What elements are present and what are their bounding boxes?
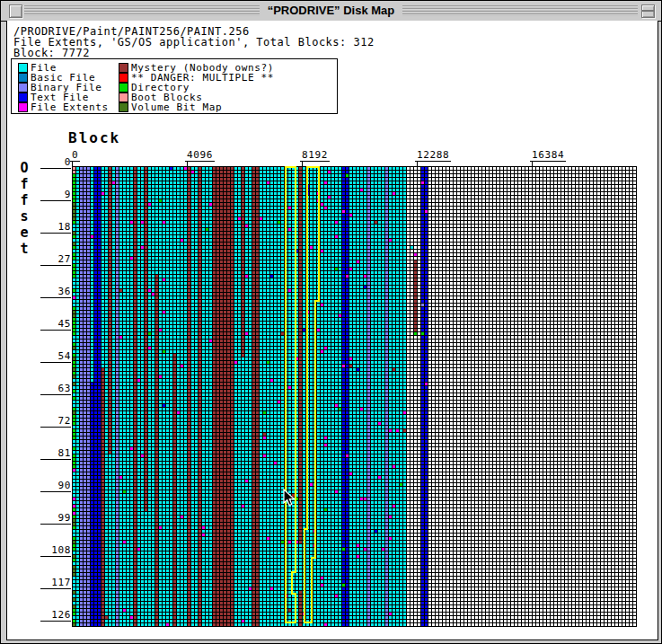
offset-tick-label: 18	[40, 222, 71, 234]
legend-swatch	[119, 102, 128, 112]
legend-swatch	[119, 93, 128, 102]
offset-tick-label: 126	[40, 610, 71, 622]
window-content: /PRODRIVE/Paint/PAINT256/PAINT.256 File …	[6, 21, 658, 640]
offset-tick-label: 9	[40, 190, 71, 201]
legend-swatch	[18, 73, 28, 83]
offset-tick-label: 36	[40, 287, 71, 298]
disk-map-canvas[interactable]	[72, 166, 637, 627]
legend-swatch	[18, 83, 28, 93]
offset-tick-label: 0	[40, 157, 71, 169]
offset-tick-label: 72	[40, 416, 71, 428]
legend-swatch	[119, 63, 128, 73]
block-tick-label: 4096	[185, 150, 215, 162]
collapse-box[interactable]	[641, 4, 655, 18]
offset-tick-label: 99	[40, 513, 71, 525]
offset-tick-label: 63	[40, 384, 71, 395]
block-tick-label: 8192	[300, 150, 330, 162]
title-bar[interactable]: “PRODRIVE” Disk Map	[1, 1, 661, 22]
offset-tick-label: 81	[40, 448, 71, 460]
block-status-text: Block: 7772	[13, 47, 90, 59]
title-bar-stripes	[24, 5, 638, 16]
offset-tick-label: 90	[40, 481, 71, 492]
block-axis-title: Block	[68, 129, 120, 146]
disk-map-window: “PRODRIVE” Disk Map /PRODRIVE/Paint/PAIN…	[0, 0, 662, 644]
block-tick-label: 12288	[415, 150, 451, 162]
offset-tick-label: 54	[40, 351, 71, 363]
legend-swatch	[18, 93, 28, 102]
legend-swatch	[119, 73, 128, 83]
legend-box: FileBasic FileBinary FileText FileFile E…	[11, 58, 338, 114]
legend-swatch	[18, 63, 28, 73]
legend-swatch	[119, 83, 128, 93]
legend-label: File Extents	[31, 101, 109, 113]
collapse-icon	[642, 10, 654, 12]
offset-axis-title: Offset	[16, 160, 32, 257]
legend-label: Volume Bit Map	[131, 101, 222, 113]
offset-tick-label: 27	[40, 254, 71, 266]
offset-tick-label: 108	[40, 545, 71, 557]
offset-tick-label: 117	[40, 578, 71, 589]
block-tick-label: 16384	[530, 150, 566, 162]
close-box[interactable]	[9, 4, 22, 18]
offset-tick-label: 45	[40, 319, 71, 331]
legend-swatch	[18, 102, 28, 112]
